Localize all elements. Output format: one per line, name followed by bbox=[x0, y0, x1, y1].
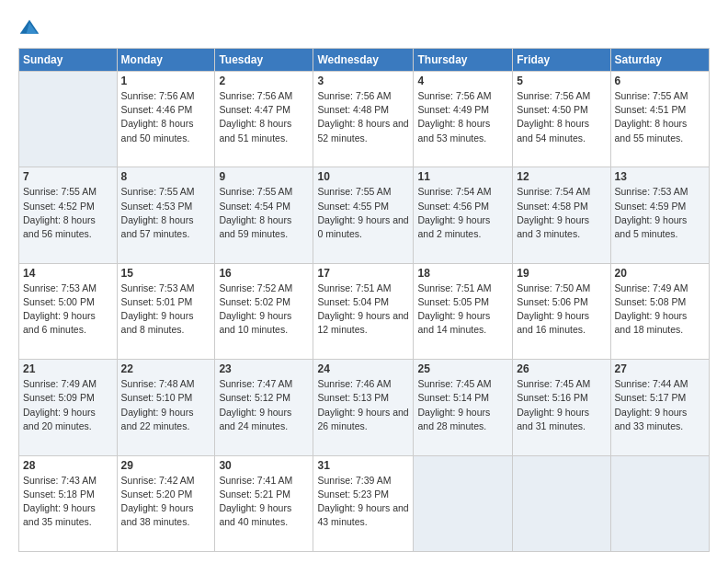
weekday-header-row: SundayMondayTuesdayWednesdayThursdayFrid… bbox=[19, 49, 710, 72]
day-cell: 5Sunrise: 7:56 AMSunset: 4:50 PMDaylight… bbox=[513, 72, 610, 167]
day-number: 9 bbox=[219, 170, 309, 183]
header bbox=[18, 17, 710, 39]
day-info: Sunrise: 7:52 AMSunset: 5:02 PMDaylight:… bbox=[219, 282, 309, 338]
day-cell: 13Sunrise: 7:53 AMSunset: 4:59 PMDayligh… bbox=[610, 167, 709, 263]
day-info: Sunrise: 7:55 AMSunset: 4:53 PMDaylight:… bbox=[121, 185, 211, 241]
day-cell: 10Sunrise: 7:55 AMSunset: 4:55 PMDayligh… bbox=[313, 167, 414, 263]
day-info: Sunrise: 7:49 AMSunset: 5:09 PMDaylight:… bbox=[23, 377, 113, 433]
day-info: Sunrise: 7:41 AMSunset: 5:21 PMDaylight:… bbox=[219, 474, 309, 530]
day-info: Sunrise: 7:53 AMSunset: 4:59 PMDaylight:… bbox=[615, 185, 705, 241]
day-number: 18 bbox=[417, 267, 508, 280]
day-number: 28 bbox=[23, 459, 113, 472]
day-number: 8 bbox=[121, 170, 211, 183]
calendar-table: SundayMondayTuesdayWednesdayThursdayFrid… bbox=[18, 48, 710, 552]
day-cell: 17Sunrise: 7:51 AMSunset: 5:04 PMDayligh… bbox=[313, 263, 414, 359]
logo bbox=[18, 17, 46, 39]
day-cell bbox=[414, 455, 513, 551]
day-info: Sunrise: 7:56 AMSunset: 4:48 PMDaylight:… bbox=[317, 89, 409, 145]
day-number: 11 bbox=[417, 170, 508, 183]
day-number: 22 bbox=[121, 362, 211, 375]
day-cell: 19Sunrise: 7:50 AMSunset: 5:06 PMDayligh… bbox=[513, 263, 610, 359]
day-info: Sunrise: 7:42 AMSunset: 5:20 PMDaylight:… bbox=[121, 474, 211, 530]
week-row-4: 21Sunrise: 7:49 AMSunset: 5:09 PMDayligh… bbox=[19, 360, 710, 455]
day-number: 14 bbox=[23, 267, 113, 280]
week-row-3: 14Sunrise: 7:53 AMSunset: 5:00 PMDayligh… bbox=[19, 263, 710, 359]
day-number: 2 bbox=[219, 75, 309, 87]
day-cell bbox=[513, 455, 610, 551]
day-cell: 22Sunrise: 7:48 AMSunset: 5:10 PMDayligh… bbox=[117, 360, 215, 455]
day-info: Sunrise: 7:55 AMSunset: 4:51 PMDaylight:… bbox=[615, 89, 705, 145]
day-info: Sunrise: 7:45 AMSunset: 5:14 PMDaylight:… bbox=[417, 377, 508, 433]
day-info: Sunrise: 7:39 AMSunset: 5:23 PMDaylight:… bbox=[317, 474, 409, 530]
day-number: 23 bbox=[219, 362, 309, 375]
day-number: 7 bbox=[23, 170, 113, 183]
day-cell: 26Sunrise: 7:45 AMSunset: 5:16 PMDayligh… bbox=[513, 360, 610, 455]
day-number: 30 bbox=[219, 459, 309, 472]
day-cell bbox=[19, 72, 118, 167]
weekday-header-thursday: Thursday bbox=[414, 49, 513, 72]
day-number: 31 bbox=[317, 459, 409, 472]
day-info: Sunrise: 7:56 AMSunset: 4:49 PMDaylight:… bbox=[417, 89, 508, 145]
day-cell: 2Sunrise: 7:56 AMSunset: 4:47 PMDaylight… bbox=[215, 72, 313, 167]
day-cell: 28Sunrise: 7:43 AMSunset: 5:18 PMDayligh… bbox=[19, 455, 118, 551]
day-cell bbox=[610, 455, 709, 551]
day-cell: 27Sunrise: 7:44 AMSunset: 5:17 PMDayligh… bbox=[610, 360, 709, 455]
day-info: Sunrise: 7:50 AMSunset: 5:06 PMDaylight:… bbox=[517, 282, 606, 338]
day-number: 4 bbox=[417, 75, 508, 87]
day-number: 24 bbox=[317, 362, 409, 375]
day-cell: 15Sunrise: 7:53 AMSunset: 5:01 PMDayligh… bbox=[117, 263, 215, 359]
day-info: Sunrise: 7:53 AMSunset: 5:01 PMDaylight:… bbox=[121, 282, 211, 338]
day-number: 16 bbox=[219, 267, 309, 280]
day-cell: 1Sunrise: 7:56 AMSunset: 4:46 PMDaylight… bbox=[117, 72, 215, 167]
day-info: Sunrise: 7:51 AMSunset: 5:05 PMDaylight:… bbox=[417, 282, 508, 338]
weekday-header-sunday: Sunday bbox=[19, 49, 118, 72]
day-number: 21 bbox=[23, 362, 113, 375]
weekday-header-saturday: Saturday bbox=[610, 49, 709, 72]
day-info: Sunrise: 7:51 AMSunset: 5:04 PMDaylight:… bbox=[317, 282, 409, 338]
day-number: 5 bbox=[517, 75, 606, 87]
day-number: 1 bbox=[121, 75, 211, 87]
week-row-1: 1Sunrise: 7:56 AMSunset: 4:46 PMDaylight… bbox=[19, 72, 710, 167]
day-number: 25 bbox=[417, 362, 508, 375]
day-info: Sunrise: 7:48 AMSunset: 5:10 PMDaylight:… bbox=[121, 377, 211, 433]
day-info: Sunrise: 7:56 AMSunset: 4:50 PMDaylight:… bbox=[517, 89, 606, 145]
day-cell: 14Sunrise: 7:53 AMSunset: 5:00 PMDayligh… bbox=[19, 263, 118, 359]
day-number: 15 bbox=[121, 267, 211, 280]
day-info: Sunrise: 7:54 AMSunset: 4:56 PMDaylight:… bbox=[417, 185, 508, 241]
day-cell: 3Sunrise: 7:56 AMSunset: 4:48 PMDaylight… bbox=[313, 72, 414, 167]
day-cell: 9Sunrise: 7:55 AMSunset: 4:54 PMDaylight… bbox=[215, 167, 313, 263]
day-cell: 12Sunrise: 7:54 AMSunset: 4:58 PMDayligh… bbox=[513, 167, 610, 263]
weekday-header-friday: Friday bbox=[513, 49, 610, 72]
day-info: Sunrise: 7:56 AMSunset: 4:47 PMDaylight:… bbox=[219, 89, 309, 145]
day-cell: 8Sunrise: 7:55 AMSunset: 4:53 PMDaylight… bbox=[117, 167, 215, 263]
day-cell: 4Sunrise: 7:56 AMSunset: 4:49 PMDaylight… bbox=[414, 72, 513, 167]
day-cell: 25Sunrise: 7:45 AMSunset: 5:14 PMDayligh… bbox=[414, 360, 513, 455]
day-number: 17 bbox=[317, 267, 409, 280]
day-info: Sunrise: 7:43 AMSunset: 5:18 PMDaylight:… bbox=[23, 474, 113, 530]
day-info: Sunrise: 7:55 AMSunset: 4:55 PMDaylight:… bbox=[317, 185, 409, 241]
logo-icon bbox=[18, 17, 40, 39]
week-row-2: 7Sunrise: 7:55 AMSunset: 4:52 PMDaylight… bbox=[19, 167, 710, 263]
day-number: 26 bbox=[517, 362, 606, 375]
day-cell: 21Sunrise: 7:49 AMSunset: 5:09 PMDayligh… bbox=[19, 360, 118, 455]
day-number: 27 bbox=[615, 362, 705, 375]
day-cell: 30Sunrise: 7:41 AMSunset: 5:21 PMDayligh… bbox=[215, 455, 313, 551]
weekday-header-wednesday: Wednesday bbox=[313, 49, 414, 72]
weekday-header-monday: Monday bbox=[117, 49, 215, 72]
day-cell: 24Sunrise: 7:46 AMSunset: 5:13 PMDayligh… bbox=[313, 360, 414, 455]
day-cell: 18Sunrise: 7:51 AMSunset: 5:05 PMDayligh… bbox=[414, 263, 513, 359]
day-cell: 23Sunrise: 7:47 AMSunset: 5:12 PMDayligh… bbox=[215, 360, 313, 455]
day-number: 10 bbox=[317, 170, 409, 183]
week-row-5: 28Sunrise: 7:43 AMSunset: 5:18 PMDayligh… bbox=[19, 455, 710, 551]
day-cell: 16Sunrise: 7:52 AMSunset: 5:02 PMDayligh… bbox=[215, 263, 313, 359]
day-number: 13 bbox=[615, 170, 705, 183]
day-info: Sunrise: 7:45 AMSunset: 5:16 PMDaylight:… bbox=[517, 377, 606, 433]
day-number: 29 bbox=[121, 459, 211, 472]
day-info: Sunrise: 7:47 AMSunset: 5:12 PMDaylight:… bbox=[219, 377, 309, 433]
day-info: Sunrise: 7:44 AMSunset: 5:17 PMDaylight:… bbox=[615, 377, 705, 433]
weekday-header-tuesday: Tuesday bbox=[215, 49, 313, 72]
day-number: 20 bbox=[615, 267, 705, 280]
day-number: 3 bbox=[317, 75, 409, 87]
day-cell: 6Sunrise: 7:55 AMSunset: 4:51 PMDaylight… bbox=[610, 72, 709, 167]
day-info: Sunrise: 7:54 AMSunset: 4:58 PMDaylight:… bbox=[517, 185, 606, 241]
